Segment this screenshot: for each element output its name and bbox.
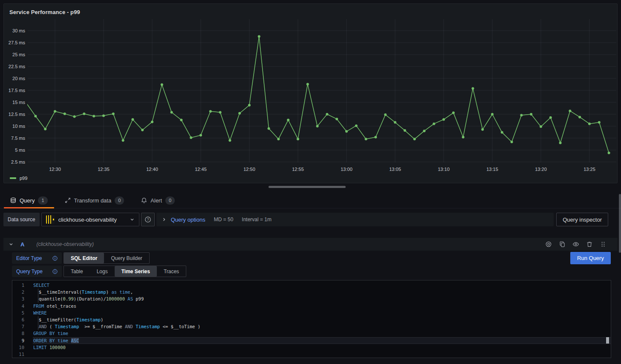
code-line-2[interactable]: 2 $__timeInterval(Timestamp) as time,: [12, 289, 611, 295]
query-options-toggle[interactable]: Query options: [171, 217, 205, 223]
data-point[interactable]: [287, 118, 289, 121]
data-point[interactable]: [442, 118, 445, 121]
data-point[interactable]: [306, 83, 309, 85]
code-line-7[interactable]: 7 AND ( Timestamp >= $__fromTime AND Tim…: [12, 323, 611, 330]
data-point[interactable]: [491, 113, 494, 116]
data-point[interactable]: [316, 125, 319, 127]
code-line-6[interactable]: 6 $__timeFilter(Timestamp): [12, 316, 611, 323]
data-point[interactable]: [326, 113, 328, 116]
legend-label[interactable]: p99: [20, 176, 27, 181]
data-point[interactable]: [374, 136, 377, 139]
code-line-3[interactable]: 3 quantile(0.99)(Duration)/1000000 AS p9…: [12, 295, 611, 302]
data-point[interactable]: [511, 141, 513, 143]
datasource-picker[interactable]: clickhouse-observability: [41, 213, 139, 226]
data-point[interactable]: [112, 113, 115, 115]
code-line-10[interactable]: 10LIMIT 100000: [12, 344, 611, 351]
data-point[interactable]: [433, 122, 435, 125]
datasource-help-button[interactable]: ?: [141, 213, 155, 226]
data-point[interactable]: [520, 114, 523, 116]
run-query-button[interactable]: Run Query: [570, 252, 611, 264]
code-line-1[interactable]: 1SELECT: [12, 282, 611, 289]
data-point[interactable]: [277, 138, 280, 140]
data-point[interactable]: [258, 35, 260, 38]
horizontal-scrollbar-thumb[interactable]: [269, 186, 346, 188]
query-type-option-time-series[interactable]: Time Series: [115, 266, 157, 277]
data-point[interactable]: [452, 112, 455, 114]
editor-type-option-query-builder[interactable]: Query Builder: [104, 253, 149, 263]
data-point[interactable]: [335, 118, 338, 120]
data-point[interactable]: [588, 122, 591, 125]
data-point[interactable]: [131, 118, 134, 121]
data-point[interactable]: [190, 136, 192, 139]
data-point[interactable]: [578, 116, 581, 118]
data-point[interactable]: [248, 104, 251, 107]
code-line-4[interactable]: 4FROM otel_traces: [12, 303, 611, 309]
data-point[interactable]: [384, 113, 387, 116]
query-type-option-logs[interactable]: Logs: [90, 266, 115, 277]
data-point[interactable]: [238, 112, 241, 115]
code-line-11[interactable]: 11: [12, 351, 611, 358]
data-point[interactable]: [161, 84, 163, 86]
data-point[interactable]: [540, 125, 542, 128]
drag-handle-icon[interactable]: [600, 241, 607, 248]
code-line-9[interactable]: 9ORDER BY time ASC: [12, 337, 611, 344]
data-point[interactable]: [64, 113, 66, 115]
data-point[interactable]: [228, 139, 231, 142]
data-point[interactable]: [608, 152, 610, 154]
data-point[interactable]: [44, 128, 46, 130]
chevron-right-icon[interactable]: [162, 217, 167, 222]
remove-query-icon[interactable]: [586, 241, 593, 248]
data-point[interactable]: [34, 115, 37, 118]
tab-alert[interactable]: Alert 0: [134, 193, 182, 208]
collapse-chevron-icon[interactable]: [9, 242, 14, 247]
data-point[interactable]: [413, 138, 416, 140]
data-point[interactable]: [209, 110, 212, 113]
data-point[interactable]: [462, 136, 465, 139]
data-point[interactable]: [54, 110, 56, 113]
info-icon[interactable]: [52, 269, 58, 274]
data-point[interactable]: [530, 113, 532, 116]
data-point[interactable]: [423, 130, 425, 132]
data-point[interactable]: [598, 121, 601, 124]
query-type-option-table[interactable]: Table: [64, 266, 90, 277]
data-point[interactable]: [501, 131, 503, 134]
code-line-5[interactable]: 5WHERE: [12, 309, 611, 316]
data-point[interactable]: [199, 134, 202, 136]
data-point[interactable]: [365, 138, 367, 140]
data-point[interactable]: [569, 110, 571, 112]
data-point[interactable]: [170, 111, 173, 114]
data-point[interactable]: [83, 113, 85, 115]
sql-code-editor[interactable]: 1SELECT2 $__timeInterval(Timestamp) as t…: [12, 280, 611, 358]
timeseries-chart[interactable]: 2.5 ms5 ms7.5 ms10 ms12.5 ms15 ms17.5 ms…: [4, 4, 617, 183]
data-point[interactable]: [180, 118, 182, 121]
query-inspector-button[interactable]: Query inspector: [556, 213, 608, 226]
data-point[interactable]: [345, 130, 348, 133]
info-icon[interactable]: [52, 256, 58, 261]
data-point[interactable]: [102, 114, 105, 117]
data-point[interactable]: [268, 127, 270, 130]
data-point[interactable]: [404, 129, 406, 132]
data-point[interactable]: [73, 116, 76, 118]
data-point[interactable]: [92, 115, 95, 118]
data-point[interactable]: [122, 139, 124, 142]
data-point[interactable]: [151, 121, 153, 123]
tab-transform-data[interactable]: Transform data 0: [58, 193, 131, 208]
data-point[interactable]: [355, 124, 358, 127]
panel-title[interactable]: Service Performance - p99: [9, 9, 80, 15]
data-point[interactable]: [471, 87, 474, 90]
hide-response-icon[interactable]: [572, 241, 579, 248]
code-line-8[interactable]: 8GROUP BY time: [12, 330, 611, 337]
data-point[interactable]: [141, 129, 144, 131]
data-point[interactable]: [559, 142, 562, 144]
query-row-header[interactable]: A (clickhouse-observability): [3, 238, 618, 251]
query-type-option-traces[interactable]: Traces: [157, 266, 186, 277]
editor-type-option-sql-editor[interactable]: SQL Editor: [64, 253, 104, 263]
data-point[interactable]: [549, 116, 552, 119]
series-line[interactable]: [26, 36, 609, 153]
duplicate-query-icon[interactable]: [559, 241, 566, 248]
data-point[interactable]: [394, 121, 396, 124]
data-point[interactable]: [481, 128, 484, 131]
disable-query-icon[interactable]: [545, 241, 552, 248]
tab-query[interactable]: Query 1: [3, 193, 55, 208]
data-point[interactable]: [219, 111, 222, 114]
